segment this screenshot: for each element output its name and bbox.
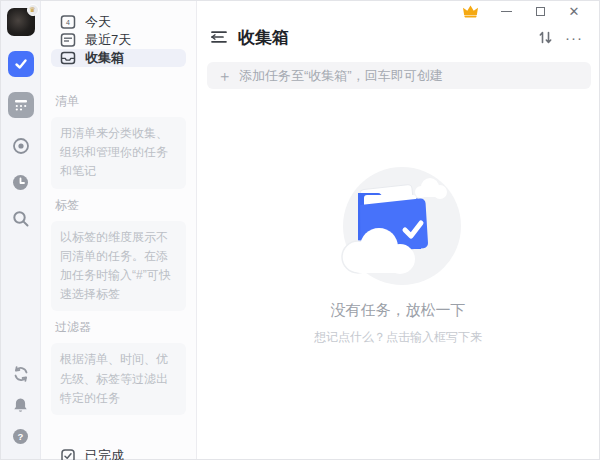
section-label-tags[interactable]: 标签 <box>55 197 182 214</box>
pomodoro-tab[interactable] <box>12 174 29 191</box>
target-icon <box>12 137 30 155</box>
svg-text:4: 4 <box>66 19 70 26</box>
plus-icon: ＋ <box>217 68 232 83</box>
section-desc-lists: 用清单来分类收集、组织和管理你的任务和笔记 <box>51 117 186 189</box>
search-button[interactable] <box>12 210 30 228</box>
close-icon: ✕ <box>569 4 580 19</box>
icon-rail: ♛ ? <box>1 1 41 459</box>
search-icon <box>12 210 30 228</box>
premium-crown-icon <box>462 4 479 18</box>
bell-icon <box>12 397 29 414</box>
notifications-button[interactable] <box>12 397 29 414</box>
nav-item-today[interactable]: 4 今天 <box>51 13 186 31</box>
help-icon: ? <box>12 428 29 445</box>
close-button[interactable]: ✕ <box>557 1 591 21</box>
section-desc-filters: 根据清单、时间、优先级、标签等过滤出特定的任务 <box>51 343 186 415</box>
sync-icon <box>12 365 30 383</box>
completed-check-icon <box>60 448 76 460</box>
main-area: ✕ 收集箱 ··· ＋ <box>197 1 599 459</box>
window-titlebar: ✕ <box>197 1 599 21</box>
nav-item-label: 今天 <box>85 13 111 31</box>
maximize-icon <box>536 7 545 16</box>
nav-item-completed[interactable]: 已完成 <box>51 441 186 460</box>
grid-icon <box>14 98 28 112</box>
focus-tab[interactable] <box>12 137 30 155</box>
empty-state: 没有任务，放松一下 想记点什么？点击输入框写下来 <box>197 165 599 459</box>
inbox-icon <box>60 50 76 66</box>
nav-item-inbox[interactable]: 收集箱 <box>51 49 186 67</box>
calendar-week-icon <box>60 32 76 48</box>
svg-text:?: ? <box>18 431 24 442</box>
check-icon <box>14 57 28 71</box>
more-options-button[interactable]: ··· <box>565 30 583 45</box>
sort-button[interactable] <box>538 30 553 45</box>
user-avatar[interactable]: ♛ <box>7 8 35 36</box>
empty-state-title: 没有任务，放松一下 <box>331 301 466 320</box>
empty-folder-illustration <box>324 165 472 287</box>
collapse-menu-icon <box>211 30 228 44</box>
calendar-today-icon: 4 <box>60 14 76 30</box>
section-desc-tags: 以标签的维度展示不同清单的任务。在添加任务时输入“#”可快速选择标签 <box>51 221 186 312</box>
help-button[interactable]: ? <box>12 428 29 445</box>
empty-state-subtitle: 想记点什么？点击输入框写下来 <box>314 329 482 346</box>
add-task-bar[interactable]: ＋ <box>207 62 591 89</box>
app-window: ♛ ? 4 今天 <box>0 0 600 460</box>
sync-button[interactable] <box>12 365 30 383</box>
nav-item-label: 收集箱 <box>85 49 124 67</box>
nav-item-label: 最近7天 <box>85 31 131 49</box>
nav-item-next7days[interactable]: 最近7天 <box>51 31 186 49</box>
minimize-icon <box>501 11 512 12</box>
section-label-filters[interactable]: 过滤器 <box>55 319 182 336</box>
nav-item-label: 已完成 <box>85 447 124 460</box>
avatar-premium-badge: ♛ <box>27 4 39 16</box>
tasks-tab[interactable] <box>8 51 34 77</box>
header-actions: ··· <box>538 30 583 45</box>
sort-icon <box>538 30 553 45</box>
add-task-input[interactable] <box>239 68 581 83</box>
habit-tab[interactable] <box>8 92 34 118</box>
main-header: 收集箱 ··· <box>197 21 599 53</box>
list-panel: 4 今天 最近7天 收集箱 清单 用清单来分类收集、组织和管理你的任务和笔记 标… <box>41 1 197 459</box>
panel-footer: 已完成 垃圾桶 <box>51 441 186 460</box>
page-title: 收集箱 <box>238 26 538 49</box>
premium-button[interactable] <box>453 1 487 21</box>
sidebar-toggle-button[interactable] <box>211 30 228 44</box>
section-label-lists[interactable]: 清单 <box>55 93 182 110</box>
maximize-button[interactable] <box>523 1 557 21</box>
minimize-button[interactable] <box>489 1 523 21</box>
clock-icon <box>12 174 29 191</box>
